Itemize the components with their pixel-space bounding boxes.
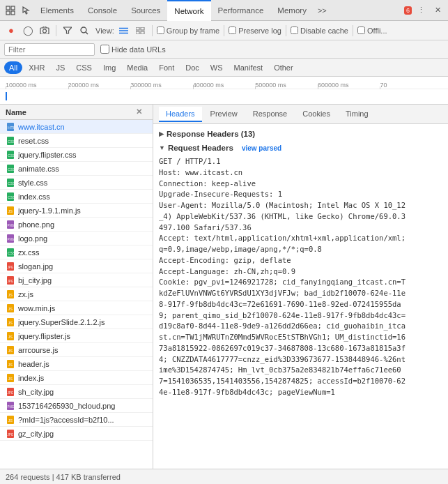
file-item-zx-js[interactable]: JS zx.js bbox=[0, 287, 153, 301]
tab-performance[interactable]: Performance bbox=[211, 0, 271, 21]
sub-tab-timing[interactable]: Timing bbox=[339, 107, 376, 122]
file-item-header-js[interactable]: JS header.js bbox=[0, 357, 153, 371]
preserve-log-label[interactable]: Preserve log bbox=[229, 27, 281, 35]
view-parsed-link[interactable]: view parsed bbox=[242, 144, 281, 152]
response-headers-section[interactable]: ▶ Response Headers (13) bbox=[159, 127, 442, 141]
status-bar: 264 requests | 417 KB transferred bbox=[0, 469, 448, 484]
svg-text:JS: JS bbox=[8, 335, 13, 339]
sub-tab-cookies[interactable]: Cookies bbox=[295, 107, 337, 122]
tab-elements[interactable]: Elements bbox=[33, 0, 81, 21]
type-tab-media[interactable]: Media bbox=[122, 61, 153, 74]
separator4 bbox=[286, 25, 286, 36]
file-item-index-js[interactable]: JS index.js bbox=[0, 371, 153, 385]
file-name: style.css bbox=[18, 179, 150, 187]
file-item-phone-png[interactable]: PNG phone.png bbox=[0, 218, 153, 232]
devtools-icon[interactable] bbox=[3, 3, 18, 18]
file-item-slogan-jpg[interactable]: JPG slogan.jpg bbox=[0, 259, 153, 273]
svg-rect-13 bbox=[136, 31, 139, 34]
file-icon-css: CSS bbox=[6, 192, 15, 202]
type-tab-font[interactable]: Font bbox=[154, 61, 179, 74]
file-item-zx-css[interactable]: CSS zx.css bbox=[0, 245, 153, 259]
svg-text:JPG: JPG bbox=[8, 266, 14, 269]
tab-network[interactable]: Network bbox=[167, 0, 210, 21]
file-icon-css: CSS bbox=[6, 150, 15, 160]
offline-label[interactable]: Offli... bbox=[357, 27, 387, 35]
file-item-www[interactable]: HTML www.itcast.cn bbox=[0, 120, 153, 134]
tab-more[interactable]: >> bbox=[314, 6, 331, 15]
sub-tab-response[interactable]: Response bbox=[246, 107, 295, 122]
type-tab-doc[interactable]: Doc bbox=[180, 61, 204, 74]
file-icon-js5: JS bbox=[6, 331, 15, 341]
close-icon[interactable]: ✕ bbox=[430, 3, 445, 18]
file-item-mid-js[interactable]: JS ?mId=1js?accessId=b2f10... bbox=[0, 413, 153, 427]
disable-cache-label[interactable]: Disable cache bbox=[291, 27, 348, 35]
svg-rect-2 bbox=[6, 11, 10, 15]
offline-checkbox[interactable] bbox=[357, 27, 365, 34]
tab-icons: 6 ⋮ ✕ bbox=[401, 3, 445, 18]
file-item-animate-css[interactable]: CSS animate.css bbox=[0, 162, 153, 176]
type-tab-other[interactable]: Other bbox=[269, 61, 298, 74]
sub-tab-preview[interactable]: Preview bbox=[203, 107, 245, 122]
file-item-sh-city-jpg[interactable]: JPG sh_city.jpg bbox=[0, 385, 153, 399]
file-item-logo-png[interactable]: PNG logo.png bbox=[0, 232, 153, 245]
file-item-style-css[interactable]: CSS style.css bbox=[0, 176, 153, 190]
group-by-frame-checkbox[interactable] bbox=[157, 27, 164, 34]
file-icon-html: HTML bbox=[6, 122, 15, 132]
clear-button[interactable]: ◯ bbox=[21, 24, 35, 38]
file-item-hcloud-png[interactable]: PNG 1537164265930_hcloud.png bbox=[0, 399, 153, 413]
file-item-gz-city-jpg[interactable]: JPG gz_city.jpg bbox=[0, 427, 153, 441]
svg-text:HTML: HTML bbox=[8, 126, 14, 130]
file-item-bj-city-jpg[interactable]: JPG bj_city.jpg bbox=[0, 273, 153, 287]
type-tab-xhr[interactable]: XHR bbox=[24, 61, 49, 74]
hide-data-urls-group[interactable]: Hide data URLs bbox=[100, 45, 166, 54]
type-tab-js[interactable]: JS bbox=[51, 61, 70, 74]
tab-sources[interactable]: Sources bbox=[124, 0, 167, 21]
separator bbox=[56, 25, 56, 36]
sub-tab-headers[interactable]: Headers bbox=[159, 107, 202, 122]
file-item-jquery-min-js[interactable]: JS jquery-1.9.1.min.js bbox=[0, 204, 153, 218]
settings-icon[interactable]: ⋮ bbox=[413, 3, 428, 18]
type-tab-all[interactable]: All bbox=[4, 61, 22, 74]
request-headers-section[interactable]: ▼ Request Headers view parsed bbox=[159, 141, 442, 155]
close-col-icon[interactable]: ✕ bbox=[136, 107, 147, 116]
file-item-superslide-js[interactable]: JS jquery.SuperSlide.2.1.2.js bbox=[0, 315, 153, 329]
disable-cache-checkbox[interactable] bbox=[291, 27, 298, 34]
file-name: slogan.jpg bbox=[18, 262, 150, 271]
file-name: jquery.flipster.css bbox=[18, 151, 150, 159]
grid-view-button[interactable] bbox=[134, 24, 148, 38]
tab-console[interactable]: Console bbox=[81, 0, 124, 21]
file-item-flipster-js[interactable]: JS jquery.flipster.js bbox=[0, 329, 153, 343]
file-name: arrcourse.js bbox=[18, 346, 150, 354]
file-item-arrcourse-js[interactable]: JS arrcourse.js bbox=[0, 343, 153, 357]
type-tab-css[interactable]: CSS bbox=[71, 61, 97, 74]
file-item-jquery-flipster-css[interactable]: CSS jquery.flipster.css bbox=[0, 148, 153, 162]
group-by-frame-label[interactable]: Group by frame bbox=[157, 27, 219, 35]
filter-input[interactable] bbox=[4, 43, 95, 56]
filter-button[interactable] bbox=[61, 24, 75, 38]
hide-data-urls-checkbox[interactable] bbox=[100, 45, 109, 54]
file-name: gz_city.jpg bbox=[18, 430, 150, 438]
timeline-mark-1: 100000 ms bbox=[6, 82, 68, 89]
svg-rect-0 bbox=[6, 6, 10, 10]
separator3 bbox=[224, 25, 224, 36]
list-view-button[interactable] bbox=[117, 24, 131, 38]
type-tab-img[interactable]: Img bbox=[98, 61, 121, 74]
alert-badge: 6 bbox=[404, 6, 412, 15]
file-icon-img-red3: JPG bbox=[6, 387, 15, 397]
record-button[interactable]: ● bbox=[4, 24, 18, 38]
file-item-reset-css[interactable]: CSS reset.css bbox=[0, 134, 153, 148]
svg-point-6 bbox=[81, 27, 86, 33]
preserve-log-checkbox[interactable] bbox=[229, 27, 236, 34]
camera-button[interactable] bbox=[38, 24, 52, 38]
search-button[interactable] bbox=[77, 24, 91, 38]
pointer-icon[interactable] bbox=[18, 3, 33, 18]
file-icon-js: JS bbox=[6, 206, 15, 215]
file-item-wow-js[interactable]: JS wow.min.js bbox=[0, 301, 153, 315]
tab-memory[interactable]: Memory bbox=[270, 0, 314, 21]
file-icon-js4: JS bbox=[6, 317, 15, 327]
svg-text:CSS: CSS bbox=[8, 153, 14, 158]
type-tab-ws[interactable]: WS bbox=[206, 61, 228, 74]
file-item-index-css[interactable]: CSS index.css bbox=[0, 190, 153, 204]
main-content: Name ✕ HTML www.itcast.cn CSS reset.css … bbox=[0, 105, 448, 469]
type-tab-manifest[interactable]: Manifest bbox=[229, 61, 268, 74]
